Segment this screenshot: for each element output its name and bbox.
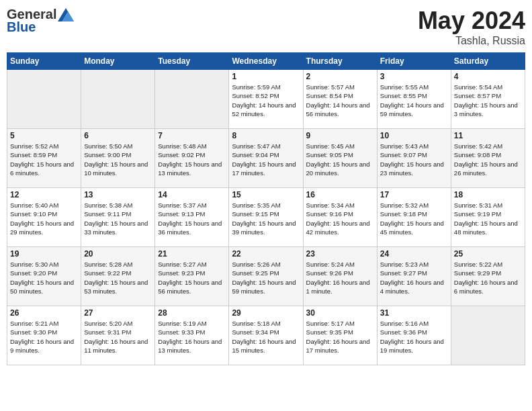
day-number: 2 (306, 72, 374, 81)
day-info: Sunrise: 5:48 AMSunset: 9:02 PMDaylight:… (158, 142, 226, 177)
day-cell: 31Sunrise: 5:16 AMSunset: 9:36 PMDayligh… (377, 306, 451, 365)
day-number: 17 (380, 190, 448, 199)
day-cell: 25Sunrise: 5:22 AMSunset: 9:29 PMDayligh… (451, 247, 525, 306)
day-info: Sunrise: 5:30 AMSunset: 9:20 PMDaylight:… (10, 260, 78, 295)
day-number: 8 (232, 131, 300, 140)
weekday-header-monday: Monday (81, 53, 155, 70)
day-cell: 17Sunrise: 5:32 AMSunset: 9:18 PMDayligh… (377, 188, 451, 247)
day-info: Sunrise: 5:40 AMSunset: 9:10 PMDaylight:… (10, 201, 78, 236)
day-info: Sunrise: 5:31 AMSunset: 9:19 PMDaylight:… (454, 201, 522, 236)
day-number: 24 (380, 249, 448, 259)
day-cell: 7Sunrise: 5:48 AMSunset: 9:02 PMDaylight… (155, 129, 229, 188)
day-number: 26 (10, 308, 78, 318)
day-number: 22 (232, 249, 300, 259)
day-number: 12 (10, 190, 78, 199)
week-row-2: 5Sunrise: 5:52 AMSunset: 8:59 PMDaylight… (7, 129, 525, 188)
day-number: 3 (380, 72, 448, 81)
day-cell: 16Sunrise: 5:34 AMSunset: 9:16 PMDayligh… (303, 188, 377, 247)
day-number: 15 (232, 190, 300, 199)
day-info: Sunrise: 5:45 AMSunset: 9:05 PMDaylight:… (306, 142, 374, 177)
day-number: 7 (158, 131, 226, 140)
day-number: 21 (158, 249, 226, 259)
calendar-location: Tashla, Russia (418, 35, 525, 47)
day-info: Sunrise: 5:19 AMSunset: 9:33 PMDaylight:… (158, 319, 226, 355)
day-cell: 4Sunrise: 5:54 AMSunset: 8:57 PMDaylight… (451, 70, 525, 129)
day-number: 11 (454, 131, 522, 140)
weekday-header-sunday: Sunday (7, 53, 81, 70)
day-number: 18 (454, 190, 522, 199)
day-cell: 9Sunrise: 5:45 AMSunset: 9:05 PMDaylight… (303, 129, 377, 188)
day-info: Sunrise: 5:20 AMSunset: 9:31 PMDaylight:… (84, 319, 152, 355)
day-info: Sunrise: 5:18 AMSunset: 9:34 PMDaylight:… (232, 319, 300, 355)
day-cell: 12Sunrise: 5:40 AMSunset: 9:10 PMDayligh… (7, 188, 81, 247)
weekday-header-wednesday: Wednesday (229, 53, 303, 70)
day-cell: 18Sunrise: 5:31 AMSunset: 9:19 PMDayligh… (451, 188, 525, 247)
day-cell (7, 70, 81, 129)
day-cell: 29Sunrise: 5:18 AMSunset: 9:34 PMDayligh… (229, 306, 303, 365)
day-info: Sunrise: 5:50 AMSunset: 9:00 PMDaylight:… (84, 142, 152, 177)
day-cell: 10Sunrise: 5:43 AMSunset: 9:07 PMDayligh… (377, 129, 451, 188)
day-info: Sunrise: 5:38 AMSunset: 9:11 PMDaylight:… (84, 201, 152, 236)
header-row: SundayMondayTuesdayWednesdayThursdayFrid… (7, 53, 525, 70)
day-cell: 14Sunrise: 5:37 AMSunset: 9:13 PMDayligh… (155, 188, 229, 247)
day-cell: 6Sunrise: 5:50 AMSunset: 9:00 PMDaylight… (81, 129, 155, 188)
day-cell: 27Sunrise: 5:20 AMSunset: 9:31 PMDayligh… (81, 306, 155, 365)
day-info: Sunrise: 5:52 AMSunset: 8:59 PMDaylight:… (10, 142, 78, 177)
day-cell: 24Sunrise: 5:23 AMSunset: 9:27 PMDayligh… (377, 247, 451, 306)
day-number: 16 (306, 190, 374, 199)
week-row-4: 19Sunrise: 5:30 AMSunset: 9:20 PMDayligh… (7, 247, 525, 306)
day-info: Sunrise: 5:17 AMSunset: 9:35 PMDaylight:… (306, 319, 374, 355)
day-number: 13 (84, 190, 152, 199)
day-number: 23 (306, 249, 374, 259)
weekday-header-saturday: Saturday (451, 53, 525, 70)
page-header: General Blue May 2024 Tashla, Russia (7, 7, 525, 47)
week-row-5: 26Sunrise: 5:21 AMSunset: 9:30 PMDayligh… (7, 306, 525, 365)
day-cell: 5Sunrise: 5:52 AMSunset: 8:59 PMDaylight… (7, 129, 81, 188)
logo-icon (58, 8, 74, 21)
weekday-header-tuesday: Tuesday (155, 53, 229, 70)
day-cell (155, 70, 229, 129)
day-cell: 20Sunrise: 5:28 AMSunset: 9:22 PMDayligh… (81, 247, 155, 306)
logo-blue-text: Blue (7, 19, 36, 35)
day-cell (81, 70, 155, 129)
day-info: Sunrise: 5:42 AMSunset: 9:08 PMDaylight:… (454, 142, 522, 177)
day-number: 6 (84, 131, 152, 140)
day-info: Sunrise: 5:34 AMSunset: 9:16 PMDaylight:… (306, 201, 374, 236)
day-info: Sunrise: 5:16 AMSunset: 9:36 PMDaylight:… (380, 319, 448, 355)
day-info: Sunrise: 5:55 AMSunset: 8:55 PMDaylight:… (380, 83, 448, 118)
day-cell: 8Sunrise: 5:47 AMSunset: 9:04 PMDaylight… (229, 129, 303, 188)
day-info: Sunrise: 5:27 AMSunset: 9:23 PMDaylight:… (158, 260, 226, 295)
day-number: 1 (232, 72, 300, 81)
title-block: May 2024 Tashla, Russia (418, 7, 525, 47)
week-row-1: 1Sunrise: 5:59 AMSunset: 8:52 PMDaylight… (7, 70, 525, 129)
day-number: 25 (454, 249, 522, 259)
day-cell: 13Sunrise: 5:38 AMSunset: 9:11 PMDayligh… (81, 188, 155, 247)
day-info: Sunrise: 5:43 AMSunset: 9:07 PMDaylight:… (380, 142, 448, 177)
day-info: Sunrise: 5:21 AMSunset: 9:30 PMDaylight:… (10, 319, 78, 355)
day-cell: 15Sunrise: 5:35 AMSunset: 9:15 PMDayligh… (229, 188, 303, 247)
day-number: 30 (306, 308, 374, 318)
day-cell: 2Sunrise: 5:57 AMSunset: 8:54 PMDaylight… (303, 70, 377, 129)
day-info: Sunrise: 5:32 AMSunset: 9:18 PMDaylight:… (380, 201, 448, 236)
week-row-3: 12Sunrise: 5:40 AMSunset: 9:10 PMDayligh… (7, 188, 525, 247)
day-info: Sunrise: 5:47 AMSunset: 9:04 PMDaylight:… (232, 142, 300, 177)
day-cell: 1Sunrise: 5:59 AMSunset: 8:52 PMDaylight… (229, 70, 303, 129)
day-number: 9 (306, 131, 374, 140)
day-info: Sunrise: 5:35 AMSunset: 9:15 PMDaylight:… (232, 201, 300, 236)
day-number: 5 (10, 131, 78, 140)
day-cell: 19Sunrise: 5:30 AMSunset: 9:20 PMDayligh… (7, 247, 81, 306)
day-number: 31 (380, 308, 448, 318)
calendar-title: May 2024 (418, 7, 525, 35)
day-info: Sunrise: 5:22 AMSunset: 9:29 PMDaylight:… (454, 260, 522, 295)
day-info: Sunrise: 5:37 AMSunset: 9:13 PMDaylight:… (158, 201, 226, 236)
day-cell: 21Sunrise: 5:27 AMSunset: 9:23 PMDayligh… (155, 247, 229, 306)
day-number: 20 (84, 249, 152, 259)
day-info: Sunrise: 5:54 AMSunset: 8:57 PMDaylight:… (454, 83, 522, 118)
weekday-header-friday: Friday (377, 53, 451, 70)
day-info: Sunrise: 5:26 AMSunset: 9:25 PMDaylight:… (232, 260, 300, 295)
day-cell: 26Sunrise: 5:21 AMSunset: 9:30 PMDayligh… (7, 306, 81, 365)
day-cell: 22Sunrise: 5:26 AMSunset: 9:25 PMDayligh… (229, 247, 303, 306)
day-number: 29 (232, 308, 300, 318)
calendar-table: SundayMondayTuesdayWednesdayThursdayFrid… (7, 52, 525, 365)
day-cell: 3Sunrise: 5:55 AMSunset: 8:55 PMDaylight… (377, 70, 451, 129)
